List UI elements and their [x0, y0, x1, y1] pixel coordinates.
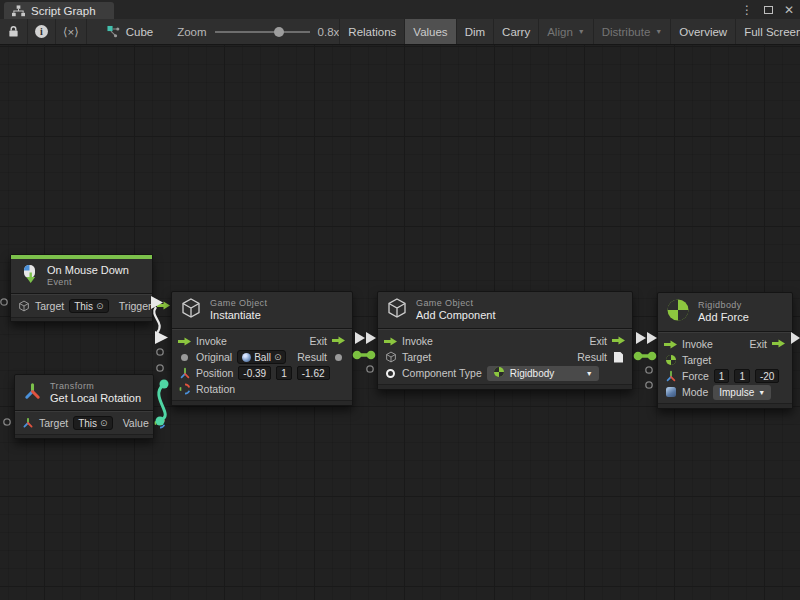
vector3-icon [664, 370, 677, 382]
tab-script-graph[interactable]: Script Graph [4, 2, 114, 19]
node-title: Get Local Rotation [50, 392, 141, 405]
carry-button[interactable]: Carry [493, 19, 538, 44]
port-label-exit: Exit [309, 335, 327, 347]
force-mode-dropdown[interactable]: Impulse ▼ [713, 385, 771, 400]
node-on-mouse-down[interactable]: On Mouse Down Event Target This ⊙ Trigge… [10, 254, 153, 322]
flow-arrow-icon[interactable] [664, 340, 677, 349]
force-x-field[interactable]: 1 [714, 369, 730, 383]
port-label-value: Value [123, 417, 149, 429]
caret-down-icon: ▼ [655, 28, 662, 35]
port-label-position: Position [196, 367, 233, 379]
flow-arrow-icon[interactable] [384, 337, 397, 346]
values-button[interactable]: Values [404, 19, 455, 44]
port-label-invoke: Invoke [402, 335, 433, 347]
game-object-icon [386, 297, 408, 323]
rigidbody-icon [493, 366, 505, 380]
dim-button[interactable]: Dim [456, 19, 493, 44]
zoom-value: 0.8x [318, 26, 340, 38]
zoom-slider[interactable] [215, 25, 310, 39]
port-label-rotation: Rotation [196, 383, 235, 395]
zoom-slider-track [215, 31, 310, 33]
node-title: Add Force [698, 311, 749, 324]
flow-arrow-icon[interactable] [332, 335, 345, 347]
inspect-button[interactable]: i [28, 19, 56, 44]
object-picker-icon[interactable]: ⊙ [96, 301, 104, 311]
target-value-chip[interactable]: This ⊙ [69, 299, 108, 313]
lock-icon [7, 25, 20, 38]
object-picker-icon[interactable]: ⊙ [100, 418, 108, 428]
breadcrumb[interactable]: Cube [97, 19, 164, 44]
component-result-icon[interactable] [614, 352, 623, 363]
node-add-force[interactable]: Rigidbody Add Force Invoke Exit Target [657, 292, 793, 409]
relations-button[interactable]: Relations [339, 19, 404, 44]
port-label-result: Result [577, 351, 607, 363]
node-title: Add Component [416, 309, 496, 322]
port-label-target: Target [682, 354, 711, 366]
flow-arrow-icon[interactable] [178, 337, 191, 346]
info-icon: i [35, 25, 48, 38]
flow-arrow-icon[interactable] [612, 335, 625, 347]
input-port[interactable] [181, 354, 188, 361]
node-category: Rigidbody [698, 300, 749, 311]
align-button[interactable]: Align▼ [538, 19, 593, 44]
maximize-icon[interactable] [764, 6, 773, 14]
node-category: Transform [50, 381, 141, 392]
prefab-icon [242, 353, 251, 362]
window-menu-icon[interactable]: ⋮ [741, 3, 753, 17]
port-label-force: Force [682, 370, 709, 382]
distribute-button[interactable]: Distribute▼ [593, 19, 671, 44]
overview-button[interactable]: Overview [670, 19, 735, 44]
graph-toolbar: i ⟨×⟩ Cube Zoom 0.8x Relations Values Di… [0, 19, 800, 45]
force-z-field[interactable]: -20 [755, 369, 779, 383]
zoom-slider-handle[interactable] [274, 27, 284, 37]
caret-down-icon: ▼ [578, 28, 585, 35]
full-screen-button[interactable]: Full Screen [735, 19, 800, 44]
port-label-target: Target [39, 417, 68, 429]
flow-arrow-icon[interactable] [157, 300, 170, 312]
close-icon[interactable]: ✕ [784, 3, 794, 17]
flow-arrow-icon[interactable] [772, 338, 785, 350]
force-y-field[interactable]: 1 [734, 369, 750, 383]
rigidbody-icon [666, 298, 690, 326]
port-label-component-type: Component Type [402, 367, 482, 379]
type-port[interactable] [386, 369, 395, 378]
port-label-exit: Exit [589, 335, 607, 347]
game-object-icon [17, 300, 30, 312]
node-footer [658, 403, 792, 408]
output-port[interactable] [335, 354, 342, 361]
graph-icon [12, 5, 25, 17]
mouse-down-icon [19, 264, 39, 288]
port-label-mode: Mode [682, 386, 708, 398]
component-type-dropdown[interactable]: Rigidbody ▼ [487, 366, 599, 381]
port-label-result: Result [297, 351, 327, 363]
port-label-target: Target [402, 351, 431, 363]
zoom-control: Zoom 0.8x [177, 19, 339, 44]
position-x-field[interactable]: -0.39 [238, 366, 271, 380]
rotation-type-icon[interactable] [154, 417, 167, 429]
node-footer [172, 400, 352, 405]
node-category: Event [47, 277, 129, 288]
enum-icon [666, 387, 676, 397]
code-view-button[interactable]: ⟨×⟩ [56, 19, 87, 44]
position-y-field[interactable]: 1 [276, 366, 292, 380]
node-get-local-rotation[interactable]: Transform Get Local Rotation Target This… [14, 374, 154, 439]
node-title: Instantiate [210, 309, 267, 322]
breadcrumb-label: Cube [126, 26, 154, 38]
vector3-icon [178, 367, 191, 379]
rotation-type-icon [178, 383, 191, 395]
lock-button[interactable] [0, 19, 28, 44]
titlebar: Script Graph ⋮ ✕ [0, 0, 800, 19]
node-instantiate[interactable]: Game Object Instantiate Invoke Exit Orig… [171, 291, 353, 406]
node-footer [378, 384, 632, 389]
node-title: On Mouse Down [47, 264, 129, 277]
target-value-chip[interactable]: This ⊙ [73, 416, 112, 430]
object-picker-icon[interactable]: ⊙ [274, 352, 282, 362]
original-value-chip[interactable]: Ball ⊙ [237, 350, 286, 364]
caret-down-icon: ▼ [586, 370, 593, 377]
node-footer [11, 317, 152, 321]
code-icon: ⟨×⟩ [63, 25, 79, 39]
zoom-label: Zoom [177, 26, 206, 38]
position-z-field[interactable]: -1.62 [297, 366, 330, 380]
transform-icon [23, 382, 42, 405]
node-add-component[interactable]: Game Object Add Component Invoke Exit Ta… [377, 291, 633, 390]
